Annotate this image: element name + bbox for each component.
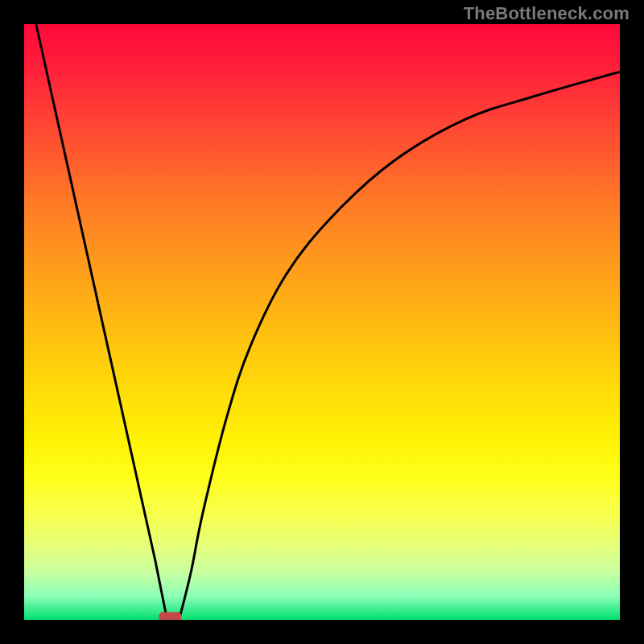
curve-left-branch [36,24,167,620]
curve-right-branch [179,72,620,620]
watermark-text: TheBottleneck.com [464,3,630,24]
plot-area [24,24,620,620]
vertex-marker [159,612,181,620]
chart-svg [24,24,620,620]
chart-frame: TheBottleneck.com [0,0,644,644]
